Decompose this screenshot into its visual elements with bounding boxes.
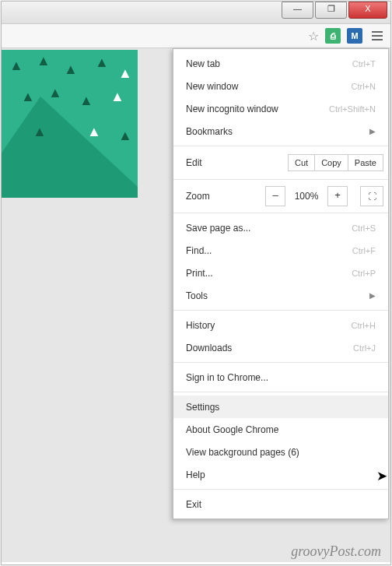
menu-label: New window [186, 81, 238, 92]
menu-label: Edit [186, 157, 282, 168]
menu-label: Tools [186, 290, 208, 301]
menu-settings[interactable]: Settings [173, 395, 388, 418]
close-button[interactable]: X [348, 2, 387, 19]
tree-icon: ▲ [9, 58, 23, 74]
separator [173, 362, 388, 363]
shortcut-text: Ctrl+N [352, 82, 376, 91]
zoom-out-button[interactable]: – [265, 186, 285, 206]
menu-label: Zoom [186, 191, 261, 202]
window-titlebar: — ❐ X [2, 2, 390, 24]
chrome-menu: New tab Ctrl+T New window Ctrl+N New inc… [173, 48, 389, 519]
menu-label: View background pages (6) [186, 447, 299, 458]
tree-icon: ▲ [95, 54, 109, 71]
shortcut-text: Ctrl+P [352, 269, 376, 278]
page-background-graphic: ▲ ▲ ▲ ▲ ▲ ▲ ▲ ▲ ▲ ▲ ▲ ▲ [2, 50, 138, 198]
paste-button[interactable]: Paste [348, 154, 383, 171]
menu-save-page[interactable]: Save page as... Ctrl+S [173, 216, 388, 239]
menu-bookmarks[interactable]: Bookmarks ▶ [173, 120, 388, 142]
tree-icon: ▲ [48, 85, 62, 101]
menu-label: Save page as... [186, 223, 250, 234]
menu-new-tab[interactable]: New tab Ctrl+T [173, 52, 388, 75]
browser-window: — ❐ X ☆ ⎙ M ▲ ▲ ▲ ▲ ▲ ▲ ▲ ▲ ▲ ▲ ▲ ▲ New … [1, 1, 391, 565]
menu-about[interactable]: About Google Chrome [173, 418, 388, 441]
menu-print[interactable]: Print... Ctrl+P [173, 262, 388, 284]
extension-print-icon[interactable]: ⎙ [325, 28, 341, 44]
bookmark-star-icon[interactable]: ☆ [308, 29, 319, 44]
menu-incognito[interactable]: New incognito window Ctrl+Shift+N [173, 97, 388, 120]
separator [173, 310, 388, 311]
menu-history[interactable]: History Ctrl+H [173, 314, 388, 336]
menu-label: About Google Chrome [186, 424, 278, 435]
menu-label: Bookmarks [186, 126, 233, 137]
menu-label: Print... [186, 268, 213, 279]
separator [173, 489, 388, 490]
extension-m-icon[interactable]: M [347, 28, 362, 44]
tree-icon: ▲ [118, 128, 132, 144]
shortcut-text: Ctrl+Shift+N [329, 104, 376, 114]
zoom-value: 100% [290, 191, 323, 202]
minimize-button[interactable]: — [282, 2, 313, 19]
content-area: ▲ ▲ ▲ ▲ ▲ ▲ ▲ ▲ ▲ ▲ ▲ ▲ New tab Ctrl+T N… [2, 48, 390, 562]
separator [173, 179, 388, 180]
menu-label: Downloads [186, 343, 232, 353]
maximize-button[interactable]: ❐ [315, 2, 347, 19]
menu-label: Find... [186, 245, 212, 256]
shortcut-text: Ctrl+F [352, 246, 376, 255]
tree-icon: ▲ [21, 89, 35, 105]
menu-downloads[interactable]: Downloads Ctrl+J [173, 336, 388, 359]
watermark-text: groovyPost.com [291, 543, 381, 560]
mountain-shape [2, 97, 138, 198]
browser-toolbar: ☆ ⎙ M [2, 24, 390, 48]
submenu-arrow-icon: ▶ [369, 291, 376, 300]
menu-label: New tab [186, 58, 220, 69]
tree-icon: ▲ [118, 65, 132, 82]
menu-background-pages[interactable]: View background pages (6) [173, 441, 388, 463]
menu-new-window[interactable]: New window Ctrl+N [173, 75, 388, 97]
zoom-in-button[interactable]: + [327, 186, 348, 206]
cut-button[interactable]: Cut [288, 154, 315, 171]
menu-signin[interactable]: Sign in to Chrome... [173, 366, 388, 388]
menu-exit[interactable]: Exit [173, 493, 388, 515]
menu-label: History [186, 320, 215, 331]
menu-label: New incognito window [186, 104, 278, 114]
menu-edit-row: Edit Cut Copy Paste [173, 149, 388, 176]
tree-icon: ▲ [87, 124, 101, 140]
menu-help[interactable]: Help [173, 463, 388, 486]
edit-button-group: Cut Copy Paste [288, 154, 383, 171]
tree-icon: ▲ [79, 93, 93, 109]
shortcut-text: Ctrl+H [352, 321, 376, 330]
menu-label: Sign in to Chrome... [186, 372, 268, 383]
tree-icon: ▲ [37, 53, 51, 69]
submenu-arrow-icon: ▶ [369, 127, 376, 135]
tree-icon: ▲ [33, 124, 47, 140]
shortcut-text: Ctrl+J [353, 343, 376, 353]
separator [173, 213, 388, 213]
menu-button[interactable] [369, 28, 386, 44]
menu-label: Help [186, 469, 205, 480]
separator [173, 146, 388, 146]
tree-icon: ▲ [64, 62, 78, 78]
tree-icon: ▲ [110, 89, 124, 105]
menu-label: Exit [186, 499, 201, 510]
menu-tools[interactable]: Tools ▶ [173, 284, 388, 307]
menu-zoom-row: Zoom – 100% + ⛶ [173, 183, 388, 209]
shortcut-text: Ctrl+S [352, 223, 376, 233]
menu-label: Settings [186, 402, 219, 413]
shortcut-text: Ctrl+T [352, 59, 376, 69]
menu-find[interactable]: Find... Ctrl+F [173, 239, 388, 262]
separator [173, 392, 388, 392]
copy-button[interactable]: Copy [314, 154, 348, 171]
fullscreen-button[interactable]: ⛶ [360, 186, 383, 206]
